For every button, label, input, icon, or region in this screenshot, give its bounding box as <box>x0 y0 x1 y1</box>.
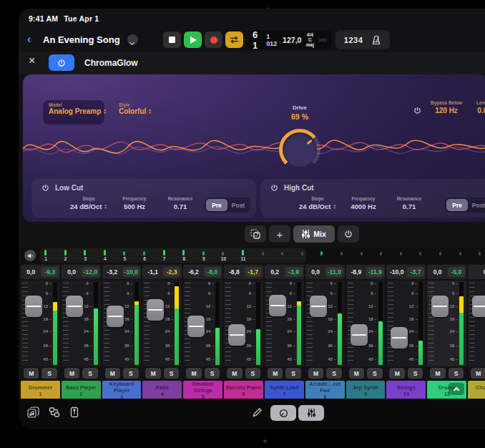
duplicate-button[interactable] <box>245 225 266 243</box>
mix-toggle-button[interactable]: Mix <box>293 225 335 243</box>
cycle-button[interactable] <box>225 31 243 48</box>
track-label[interactable]: Chorus V12 <box>468 381 485 400</box>
mute-button[interactable]: M <box>105 368 120 379</box>
plugin-power-button[interactable] <box>49 54 74 71</box>
low-cut-resonance[interactable]: Resonance 0.71 <box>157 196 203 210</box>
master-output-button[interactable] <box>24 250 36 261</box>
bypass-below-control[interactable]: Bypass Below 120 Hz <box>431 100 462 115</box>
model-selector[interactable]: Model Analog Preamp▲▼ <box>43 100 104 125</box>
channel-fader[interactable] <box>228 324 245 346</box>
mute-button[interactable]: M <box>186 368 201 379</box>
low-cut-frequency[interactable]: Frequency 500 Hz <box>112 196 157 210</box>
close-plugin-button[interactable]: × <box>29 54 35 67</box>
pre-button[interactable]: Pre <box>206 199 227 211</box>
channel-value-cell[interactable]: 0,0-9,3 <box>21 265 60 279</box>
song-title[interactable]: An Evening Song <box>43 34 120 45</box>
channel-fader[interactable] <box>431 296 449 317</box>
post-button[interactable]: Post <box>227 199 249 211</box>
track-label[interactable]: Electric Piano6 <box>224 381 263 400</box>
high-cut-power-button[interactable] <box>270 184 278 192</box>
track-label[interactable]: Arcade…eet Pad8 <box>305 381 345 400</box>
channel-value-cell[interactable]: 0,0-5,0 <box>427 265 466 279</box>
track-label[interactable]: Synth Lead7 <box>265 381 304 400</box>
mixer-power-button[interactable] <box>338 225 359 243</box>
channel-value-cell[interactable]: 0,0-11,0 <box>305 265 345 279</box>
channel-fader[interactable] <box>25 296 42 317</box>
mute-button[interactable]: M <box>471 368 485 379</box>
mute-button[interactable]: M <box>145 368 160 379</box>
overview-track-number[interactable]: 10 <box>217 256 229 261</box>
solo-button[interactable]: S <box>205 368 220 379</box>
overview-track-number[interactable]: 5 <box>119 256 130 261</box>
channel-value-cell[interactable]: -8,9-11,9 <box>346 265 386 279</box>
channel-fader[interactable] <box>147 299 164 321</box>
channel-fader[interactable] <box>472 296 485 317</box>
mute-button[interactable]: M <box>268 368 283 379</box>
mute-button[interactable]: M <box>24 368 39 379</box>
solo-button[interactable]: S <box>41 368 57 379</box>
mute-button[interactable]: M <box>64 368 79 379</box>
record-button[interactable] <box>205 31 222 48</box>
patches-browser-button[interactable] <box>49 406 60 421</box>
low-cut-power-button[interactable] <box>41 184 49 192</box>
mute-button[interactable]: M <box>430 368 445 379</box>
solo-button[interactable]: S <box>82 368 97 379</box>
channel-value-cell[interactable]: 0,2-3,9 <box>265 265 304 279</box>
mixer-view-button[interactable] <box>298 405 324 421</box>
overview-track-number[interactable]: 9 <box>198 256 210 261</box>
channel-value-cell[interactable]: -1,1-2,3 <box>142 265 182 279</box>
mute-button[interactable]: M <box>389 368 404 379</box>
collapse-button[interactable] <box>449 383 464 395</box>
channel-fader[interactable] <box>66 296 83 317</box>
pre-button[interactable]: Pre <box>446 199 468 211</box>
loops-browser-button[interactable] <box>27 406 39 421</box>
add-button[interactable]: + <box>269 225 290 243</box>
drive-knob[interactable] <box>279 129 320 170</box>
lcd-display[interactable]: 6 1 1 012 127,0 4/4 C maj MIDI <box>248 30 332 49</box>
channel-value-cell[interactable]: 0,0 <box>468 265 485 279</box>
style-selector[interactable]: Style Colorful▲▼ <box>119 102 152 115</box>
channel-fader[interactable] <box>187 316 205 337</box>
low-cut-slope[interactable]: Slope 24 dB/Oct▲▼ <box>66 196 112 210</box>
device-button[interactable] <box>70 406 79 421</box>
high-cut-frequency[interactable]: Frequency 4000 Hz <box>341 196 386 210</box>
overview-track-number[interactable]: 2 <box>60 256 72 261</box>
mute-button[interactable]: M <box>308 368 323 379</box>
overview-track-number[interactable]: 1 <box>40 256 52 261</box>
mute-button[interactable]: M <box>349 368 364 379</box>
back-button[interactable]: ‹ <box>27 33 31 46</box>
solo-button[interactable]: S <box>449 368 464 379</box>
track-label[interactable]: Arp Synth9 <box>346 381 386 400</box>
high-cut-resonance[interactable]: Resonance 0.71 <box>386 196 432 210</box>
channel-value-cell[interactable]: 0,0-12,0 <box>62 265 101 279</box>
bypass-power-button[interactable] <box>413 104 421 117</box>
channel-fader[interactable] <box>310 296 327 317</box>
count-in-button[interactable]: 1234 <box>344 36 363 44</box>
metronome-icon[interactable] <box>371 35 381 45</box>
track-label[interactable]: Strings10 <box>386 381 426 400</box>
post-button[interactable]: Post <box>468 199 485 211</box>
stop-button[interactable] <box>163 31 181 48</box>
level-control[interactable]: Level 0.0 <box>476 100 485 115</box>
track-overview-scrubber[interactable]: 1234567891011 <box>19 248 485 263</box>
channel-value-cell[interactable]: -10,0-3,7 <box>386 265 426 279</box>
overview-track-number[interactable]: 3 <box>79 256 91 261</box>
overview-track-number[interactable]: 4 <box>99 256 111 261</box>
solo-button[interactable]: S <box>164 368 179 379</box>
mute-button[interactable]: M <box>227 368 242 379</box>
channel-fader[interactable] <box>351 324 368 346</box>
track-label[interactable]: Keyboard Player3 <box>102 381 142 400</box>
channel-value-cell[interactable]: -6,2-8,0 <box>183 265 222 279</box>
overview-track-number[interactable]: 8 <box>178 256 190 261</box>
solo-button[interactable]: S <box>326 368 341 379</box>
solo-button[interactable]: S <box>367 368 382 379</box>
channel-value-cell[interactable]: -8,8-1,7 <box>224 265 263 279</box>
overview-track-number[interactable]: 11 <box>237 256 249 261</box>
track-label[interactable]: Pads4 <box>142 381 182 400</box>
track-label[interactable]: Emotion Strings5 <box>183 381 222 400</box>
track-label[interactable]: Drummer1 <box>21 381 60 400</box>
solo-button[interactable]: S <box>123 368 138 379</box>
controls-view-button[interactable] <box>270 405 296 421</box>
track-label[interactable]: Bass Player2 <box>62 381 101 400</box>
solo-button[interactable]: S <box>285 368 300 379</box>
